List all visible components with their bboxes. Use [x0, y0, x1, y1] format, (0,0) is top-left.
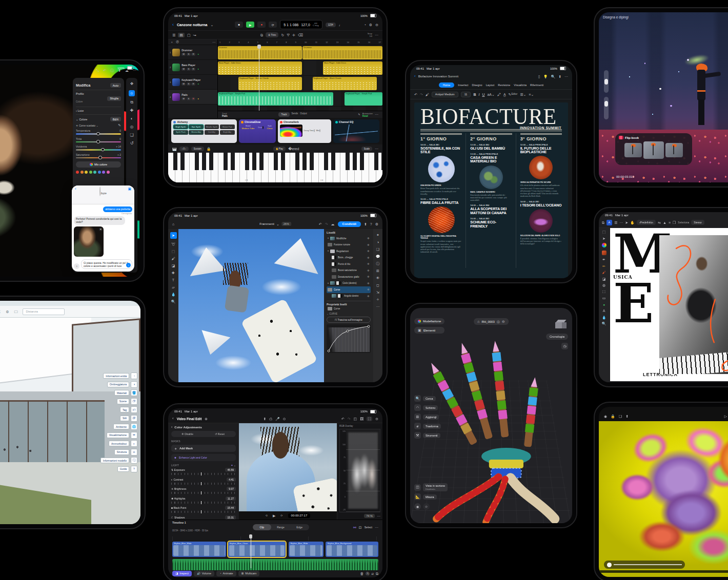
frame-thumb-current[interactable]	[643, 141, 664, 159]
record-enable-button[interactable]: R	[191, 82, 195, 86]
black-keys[interactable]	[168, 153, 382, 170]
tracks-view-icon[interactable]: ▤	[178, 33, 185, 37]
slider-exposure[interactable]: ⇅ Exposure45.59	[171, 468, 236, 475]
import-icon[interactable]: ⎙	[269, 417, 272, 421]
bar-ruler[interactable]: 1234567891011121314151617	[218, 39, 382, 45]
format-painter-icon[interactable]: 🖌	[426, 93, 429, 96]
tuner-icon[interactable]: ♩	[339, 23, 342, 27]
undo-icon[interactable]: ↶	[414, 93, 417, 96]
solo-button[interactable]: S	[187, 68, 191, 71]
render-viewport[interactable]	[599, 421, 728, 577]
video-preview[interactable]	[239, 423, 337, 511]
properties-icon[interactable]: ✦	[376, 233, 379, 237]
bullets-icon[interactable]: ☰⌄	[520, 93, 526, 96]
frame-tool-icon[interactable]: ▭	[602, 296, 606, 300]
highlight-icon[interactable]: 🖍	[497, 93, 501, 96]
sustain-button[interactable]: Sustain	[191, 147, 204, 151]
layers-icon[interactable]: ❏	[376, 247, 379, 251]
clip[interactable]: Skyline_Blue_Wide	[289, 542, 323, 557]
slider-contrast[interactable]: ◐ Contrast4.41	[171, 478, 236, 485]
region[interactable]: Keyboard Player - Block Chords	[313, 77, 377, 90]
more-icon[interactable]: ⋯	[375, 33, 378, 37]
slider-highlights[interactable]: ✺ Highlights11.27	[171, 496, 236, 504]
track-row-pads[interactable]: 4PadsMSR●	[168, 90, 217, 105]
record-enable-button[interactable]: R	[191, 53, 195, 56]
back-icon[interactable]: ‹	[172, 23, 174, 27]
message-input[interactable]: Ci piace questa. Ho modificato un po' il…	[81, 259, 132, 269]
solo-button[interactable]: S	[187, 97, 191, 101]
disable-button[interactable]: 👁 Disable	[171, 431, 204, 437]
camera-select-icon[interactable]: ⊡	[359, 526, 362, 529]
visibility-icon[interactable]: 👁	[367, 237, 370, 240]
play-surface-button[interactable]: ✋ Play	[273, 147, 286, 151]
track-row-keys[interactable]: 3Keyboard PlayerMSR●	[168, 75, 217, 90]
underline-button[interactable]: U	[482, 93, 484, 96]
flip-v-icon[interactable]: ▲	[663, 221, 666, 224]
info-icon[interactable]: ⓘ	[376, 262, 380, 265]
settings-icon[interactable]: ⚙	[6, 310, 9, 314]
document-page[interactable]: BIOFACTURE INNOVATION SUMMIT 1° GIORNO 1…	[414, 102, 568, 278]
tab-references[interactable]: Riferimenti	[530, 84, 543, 87]
align-icon[interactable]: ≡	[669, 221, 671, 224]
display-icon[interactable]: 🖵	[14, 310, 18, 314]
send-icon[interactable]: ↑	[126, 263, 131, 267]
eyedropper-icon[interactable]: ✎	[118, 123, 121, 127]
scopes-icon[interactable]: ⛶	[367, 417, 372, 421]
stop-button[interactable]: ■	[235, 22, 243, 28]
record-enable-button[interactable]: R	[191, 97, 195, 101]
region[interactable]: Bass Player - Indie Disco	[323, 61, 382, 75]
bold-button[interactable]: B	[473, 93, 476, 96]
history-icon[interactable]: ↺	[130, 141, 134, 146]
export-icon[interactable]: ⬆	[364, 222, 367, 226]
color-mix-button[interactable]: Mix colore	[76, 161, 121, 168]
zoom-tool-icon[interactable]: 🔍	[171, 300, 176, 303]
font-size-select[interactable]: 11	[461, 92, 471, 97]
redo-icon[interactable]: ↷	[325, 222, 328, 226]
tab-clip[interactable]: Clip	[253, 524, 272, 530]
isolate-icon[interactable]: ⊖	[502, 320, 505, 323]
scale-button[interactable]: Scale	[361, 147, 372, 151]
fx-icon[interactable]: ✧	[376, 298, 379, 301]
color-swatches[interactable]	[76, 171, 121, 174]
tab-track[interactable]: Track	[278, 112, 289, 117]
contact-avatar[interactable]: Joyce	[99, 187, 107, 196]
tab-home[interactable]: Home	[439, 82, 455, 88]
region[interactable]: Keyboard Player - Broken Chords	[238, 77, 302, 90]
track-header-more-icon[interactable]: ⋯	[212, 40, 215, 44]
share-icon[interactable]: ⬆	[625, 415, 629, 418]
visibility-icon[interactable]: 👁	[367, 288, 370, 291]
styles-button[interactable]: Stili🗊	[120, 415, 137, 422]
clip-icon[interactable]: ⇲	[376, 291, 379, 294]
drag-on-image-button[interactable]: ☈ Trascina sull'immagine	[327, 317, 371, 323]
region[interactable]: Keyboard Player - Simple Pad	[218, 92, 333, 106]
frame-thumb[interactable]	[665, 143, 683, 157]
edit-icon[interactable]: ☼	[129, 90, 135, 96]
select-button[interactable]: Select	[365, 526, 372, 529]
clock-icon[interactable]: ◷	[561, 343, 568, 349]
shared-photo[interactable]: ✕	[74, 226, 104, 257]
pen-tool-icon[interactable]: ✒	[602, 258, 605, 261]
wet-knob[interactable]	[319, 129, 320, 132]
wb-select[interactable]: ☀ Come scattato ⌄	[76, 124, 98, 127]
profile-browse-button[interactable]: Sfoglia	[107, 96, 121, 101]
auto-button[interactable]: Auto	[110, 83, 121, 88]
materials-button[interactable]: Materiali🪣	[114, 389, 137, 396]
layer-row[interactable]: Punto di blu👁	[327, 261, 371, 267]
italic-button[interactable]: I	[478, 93, 479, 96]
enhance-button[interactable]: ✦Enhance Light and Color	[171, 454, 236, 461]
tab-output[interactable]: Output	[300, 112, 307, 117]
visibility-icon[interactable]: 👁	[367, 262, 370, 265]
disable-reset-segment[interactable]: 👁 Disable↺ Reset	[171, 431, 236, 437]
tab-range[interactable]: Range	[271, 524, 290, 530]
layer-row[interactable]: Boos...chegge👁	[327, 255, 371, 261]
same-button[interactable]: Stesso	[691, 220, 704, 225]
light-section[interactable]: › Luce	[76, 109, 84, 112]
camera-icon[interactable]: ⊙	[283, 417, 286, 421]
back-icon[interactable]: ‹	[171, 425, 172, 429]
curves-editor[interactable]	[327, 324, 371, 353]
lens-icon[interactable]: ◎	[130, 125, 134, 129]
distance-input[interactable]: Distanza	[23, 308, 65, 315]
timeline-playhead[interactable]	[251, 535, 251, 568]
crop-tool-icon[interactable]: ⧉	[130, 100, 133, 105]
visibility-icon[interactable]: 👁	[367, 275, 370, 278]
